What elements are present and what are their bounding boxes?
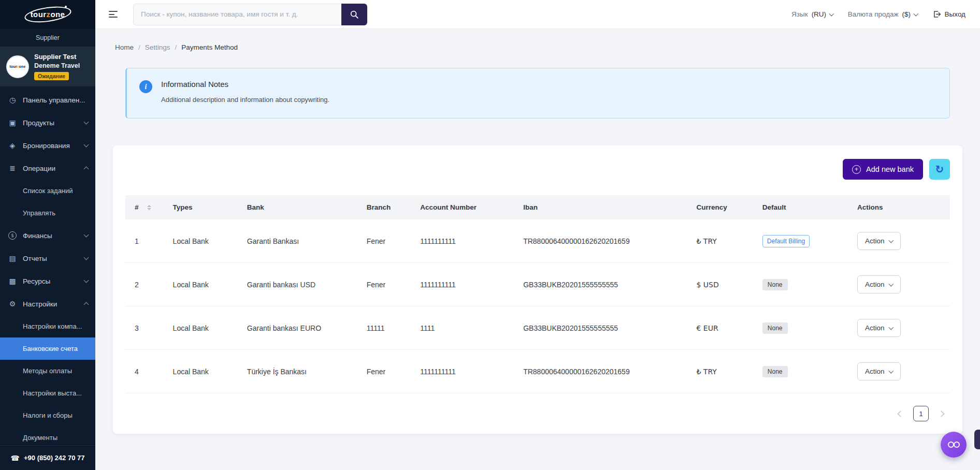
profile-name: Supplier Test — [34, 53, 80, 61]
chevron-down-icon — [84, 120, 89, 125]
column-branch: Branch — [361, 195, 414, 219]
row-action-button[interactable]: Action — [857, 275, 901, 293]
breadcrumb-current: Payments Method — [181, 43, 238, 51]
column-account-number: Account Number — [414, 195, 517, 219]
info-note-description: Additional description and information a… — [161, 96, 329, 104]
sidebar: tourzone Supplier tourzone Supplier Test… — [0, 0, 95, 470]
chevron-left-icon — [897, 410, 904, 417]
refresh-button[interactable]: ↻ — [929, 159, 950, 180]
profile-card[interactable]: tourzone Supplier Test Deneme Travel Ожи… — [0, 47, 95, 86]
phone-icon: ☎ — [11, 454, 20, 462]
chevron-up-icon — [84, 167, 89, 172]
row-action-button[interactable]: Action — [857, 319, 901, 337]
sort-icon[interactable] — [147, 205, 151, 210]
page-number[interactable]: 1 — [913, 406, 929, 421]
sidebar-item-payment-methods[interactable]: Методы оплаты — [0, 360, 95, 382]
row-action-button[interactable]: Action — [857, 362, 901, 380]
sidebar-item-resources[interactable]: ▩ Ресурсы — [0, 270, 95, 292]
none-badge: None — [762, 322, 788, 334]
sidebar-item-manage[interactable]: Управлять — [0, 202, 95, 224]
add-new-bank-button[interactable]: + Add new bank — [843, 159, 923, 180]
breadcrumb: Home / Settings / Payments Method — [113, 29, 962, 57]
widget-side-tab[interactable] — [974, 430, 980, 449]
table-row: 4 Local Bank Türkiye İş Bankası Fener 11… — [125, 350, 950, 393]
sales-currency-select[interactable]: Валюта продаж ($) — [848, 10, 918, 18]
column-iban: Iban — [517, 195, 690, 219]
sidebar-toggle-button[interactable] — [107, 9, 120, 20]
profile-company: Deneme Travel — [34, 62, 80, 69]
info-note-title: Informational Notes — [161, 80, 329, 89]
table-row: 2 Local Bank Garanti bankası USD Fener 1… — [125, 263, 950, 306]
chevron-down-icon — [889, 238, 893, 243]
chevron-up-icon — [84, 302, 89, 307]
support-phone-number: +90 (850) 242 70 77 — [24, 454, 84, 462]
breadcrumb-home[interactable]: Home — [115, 43, 134, 51]
language-select[interactable]: Язык (RU) — [791, 10, 833, 18]
table-header-row: # Types Bank Branch Account Number Iban … — [125, 195, 950, 219]
next-page-button[interactable] — [939, 412, 944, 416]
portal-label: Supplier — [0, 29, 95, 47]
default-billing-badge: Default Billing — [762, 235, 810, 247]
sidebar-item-settings[interactable]: ⚙ Настройки — [0, 292, 95, 315]
support-widget-button[interactable] — [941, 432, 967, 458]
sidebar-item-reports[interactable]: ▤ Отчеты — [0, 247, 95, 270]
table-row: 3 Local Bank Garanti bankası EURO 11111 … — [125, 306, 950, 350]
bank-accounts-table: # Types Bank Branch Account Number Iban … — [125, 195, 950, 393]
prev-page-button[interactable] — [898, 412, 903, 416]
finance-icon: $ — [8, 231, 17, 240]
informational-note: i Informational Notes Additional descrip… — [125, 68, 950, 119]
reports-icon: ▤ — [7, 255, 18, 262]
table-row: 1 Local Bank Garanti Bankası Fener 11111… — [125, 219, 950, 263]
column-bank: Bank — [241, 195, 361, 219]
chevron-down-icon — [84, 142, 89, 148]
search-button[interactable] — [341, 4, 367, 25]
chevron-down-icon — [889, 369, 893, 373]
search-icon — [350, 10, 359, 19]
products-icon: ▣ — [7, 119, 18, 126]
chevron-down-icon — [889, 325, 893, 330]
logo-text: tourzone — [31, 10, 65, 19]
sidebar-item-dashboard[interactable]: ◷ Панель управлен... — [0, 89, 95, 111]
chevron-down-icon — [84, 232, 89, 238]
info-icon: i — [139, 80, 152, 93]
sidebar-item-operations[interactable]: ≣ Операции — [0, 157, 95, 180]
operations-icon: ≣ — [7, 165, 18, 172]
chevron-down-icon — [84, 278, 89, 283]
resources-icon: ▩ — [7, 277, 18, 285]
chevron-down-icon — [889, 282, 893, 286]
chevron-down-icon — [914, 11, 918, 16]
gauge-icon: ◷ — [7, 96, 18, 104]
sidebar-item-bank-accounts[interactable]: Банковские счета — [0, 337, 95, 360]
topbar: Язык (RU) Валюта продаж ($) Выход — [95, 0, 980, 29]
avatar: tourzone — [6, 55, 29, 78]
settings-gear-icon: ⚙ — [7, 300, 18, 307]
breadcrumb-settings[interactable]: Settings — [145, 43, 170, 51]
status-badge: Ожидание — [34, 72, 69, 80]
sidebar-item-invoice-settings[interactable]: Настройки выста... — [0, 382, 95, 404]
column-number[interactable]: # — [125, 195, 167, 219]
logout-button[interactable]: Выход — [932, 10, 965, 19]
brand-logo[interactable]: tourzone — [0, 0, 95, 29]
sidebar-item-taxes-fees[interactable]: Налоги и сборы — [0, 404, 95, 427]
sidebar-item-task-list[interactable]: Список заданий — [0, 180, 95, 202]
refresh-icon: ↻ — [935, 163, 944, 175]
row-action-button[interactable]: Action — [857, 232, 901, 250]
sidebar-item-documents[interactable]: Документы — [0, 427, 95, 445]
chevron-down-icon — [84, 255, 89, 260]
search-input[interactable] — [133, 4, 341, 25]
pagination: 1 — [125, 393, 950, 425]
column-currency: Currency — [690, 195, 756, 219]
logout-icon — [932, 10, 941, 19]
sidebar-item-finance[interactable]: $ Финансы — [0, 224, 95, 247]
bookings-icon: ◈ — [7, 142, 18, 149]
sidebar-item-products[interactable]: ▣ Продукты — [0, 111, 95, 134]
column-actions: Actions — [851, 195, 950, 219]
support-phone[interactable]: ☎ +90 (850) 242 70 77 — [0, 445, 95, 470]
goggles-icon — [948, 442, 960, 448]
chevron-right-icon — [938, 410, 945, 417]
column-types: Types — [167, 195, 241, 219]
sidebar-item-company-settings[interactable]: Настройки компа... — [0, 315, 95, 337]
bank-accounts-card: + Add new bank ↻ # Types — [113, 145, 962, 434]
sidebar-item-bookings[interactable]: ◈ Бронирования — [0, 134, 95, 157]
chevron-down-icon — [829, 11, 834, 16]
